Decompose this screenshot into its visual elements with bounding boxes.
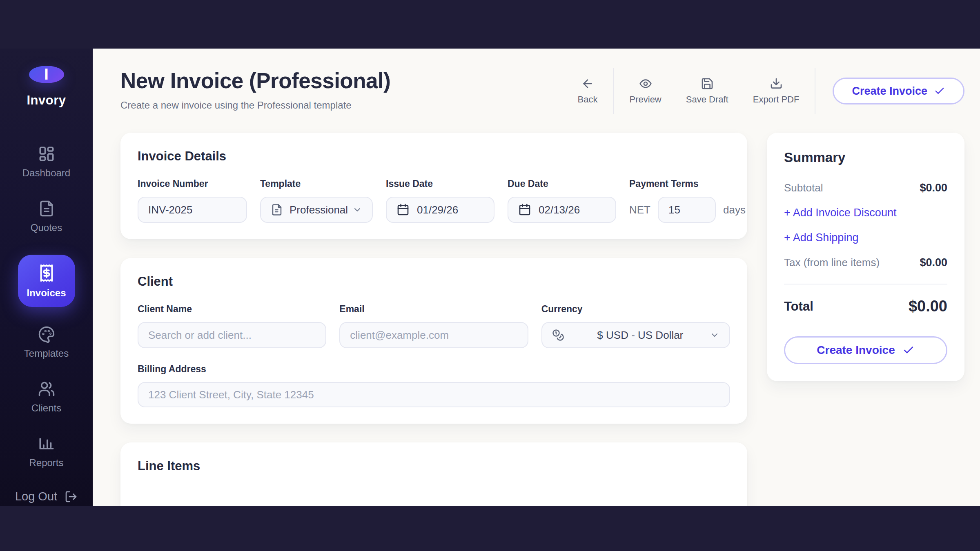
client-email-field: Email xyxy=(339,304,528,348)
due-date-field: Due Date 02/13/26 xyxy=(508,178,616,223)
sidebar-item-templates[interactable]: Templates xyxy=(11,326,82,359)
client-email-control xyxy=(339,322,528,348)
chevron-down-icon xyxy=(352,205,362,215)
terms-days-input[interactable] xyxy=(668,204,705,216)
create-invoice-button-top[interactable]: Create Invoice xyxy=(833,78,964,104)
bar-chart-icon xyxy=(38,435,55,452)
sidebar-nav: Dashboard Quotes Invoices Templates Clie… xyxy=(0,145,93,490)
app-name: Invory xyxy=(27,93,66,108)
sidebar-item-label: Templates xyxy=(24,348,69,359)
add-discount-link[interactable]: + Add Invoice Discount xyxy=(784,207,947,219)
summary-card: Summary Subtotal $0.00 + Add Invoice Dis… xyxy=(767,133,964,381)
main-content: New Invoice (Professional) Create a new … xyxy=(93,49,980,506)
invoice-details-heading: Invoice Details xyxy=(138,149,730,164)
arrow-left-icon xyxy=(581,77,594,90)
add-shipping-label: + Add Shipping xyxy=(784,231,858,244)
client-heading: Client xyxy=(138,274,730,289)
sidebar-item-label: Invoices xyxy=(27,287,66,299)
check-icon xyxy=(934,85,945,97)
due-date-picker[interactable]: 02/13/26 xyxy=(508,197,616,223)
users-icon xyxy=(38,380,55,398)
client-email-input[interactable] xyxy=(350,329,517,342)
sidebar: I Invory Dashboard Quotes Invoices Templ… xyxy=(0,49,93,506)
back-label: Back xyxy=(578,94,598,105)
template-field: Template Professional xyxy=(260,178,373,223)
page-header: New Invoice (Professional) Create a new … xyxy=(120,66,964,114)
sidebar-item-dashboard[interactable]: Dashboard xyxy=(11,145,82,179)
calendar-icon xyxy=(518,203,531,216)
client-name-field: Client Name xyxy=(138,304,326,348)
save-draft-button[interactable]: Save Draft xyxy=(674,77,741,105)
template-select[interactable]: Professional xyxy=(260,197,373,223)
add-discount-label: + Add Invoice Discount xyxy=(784,207,896,219)
create-invoice-button-summary[interactable]: Create Invoice xyxy=(784,336,947,364)
form-column: Invoice Details Invoice Number Template xyxy=(120,133,747,506)
invoice-details-fields: Invoice Number Template Professional xyxy=(138,178,730,223)
quote-document-icon xyxy=(38,200,55,217)
client-fields: Client Name Email Currency xyxy=(138,304,730,348)
days-label: days xyxy=(723,204,746,216)
coins-icon xyxy=(552,329,564,341)
issue-date-value: 01/29/26 xyxy=(417,204,458,216)
total-row: Total $0.00 xyxy=(784,298,947,315)
palette-icon xyxy=(38,326,55,343)
currency-label: Currency xyxy=(541,304,730,315)
sidebar-item-label: Clients xyxy=(31,402,61,414)
app-logo: I xyxy=(29,66,64,83)
tax-row: Tax (from line items) $0.00 xyxy=(784,256,947,269)
billing-address-input[interactable] xyxy=(148,389,719,401)
sidebar-item-label: Quotes xyxy=(31,222,62,233)
summary-heading: Summary xyxy=(784,150,947,165)
preview-button[interactable]: Preview xyxy=(617,77,674,105)
calendar-icon xyxy=(396,203,410,216)
create-invoice-label: Create Invoice xyxy=(852,85,927,98)
currency-field: Currency $ USD - US Dollar xyxy=(541,304,730,348)
download-icon xyxy=(770,77,783,90)
subtotal-value: $0.00 xyxy=(920,182,947,194)
billing-address-control xyxy=(138,382,730,407)
invoice-number-label: Invoice Number xyxy=(138,178,247,189)
invoice-number-input[interactable] xyxy=(148,204,236,216)
client-email-label: Email xyxy=(339,304,528,315)
add-shipping-link[interactable]: + Add Shipping xyxy=(784,231,947,244)
terms-days-control xyxy=(658,197,716,223)
template-label: Template xyxy=(260,178,373,189)
template-value: Professional xyxy=(290,204,348,216)
subtotal-label: Subtotal xyxy=(784,182,823,194)
sidebar-item-label: Reports xyxy=(29,457,63,469)
toolbar-divider xyxy=(613,68,614,114)
currency-select[interactable]: $ USD - US Dollar xyxy=(541,322,730,348)
sidebar-item-clients[interactable]: Clients xyxy=(11,380,82,414)
create-invoice-label: Create Invoice xyxy=(817,344,895,357)
billing-address-label: Billing Address xyxy=(138,364,730,375)
logout-label: Log Out xyxy=(15,490,57,503)
payment-terms-field: Payment Terms NET days xyxy=(629,178,746,223)
client-name-label: Client Name xyxy=(138,304,326,315)
sidebar-item-invoices[interactable]: Invoices xyxy=(18,255,75,307)
payment-terms-label: Payment Terms xyxy=(629,178,746,189)
chevron-down-icon xyxy=(710,330,719,340)
line-items-card: Line Items xyxy=(120,442,747,506)
sidebar-item-quotes[interactable]: Quotes xyxy=(11,200,82,233)
client-card: Client Client Name Email xyxy=(120,258,747,424)
logout-button[interactable]: Log Out xyxy=(15,490,78,503)
issue-date-picker[interactable]: 01/29/26 xyxy=(386,197,494,223)
form-layout: Invoice Details Invoice Number Template xyxy=(120,133,964,506)
invory-app: I Invory Dashboard Quotes Invoices Templ… xyxy=(0,0,980,551)
tax-label: Tax (from line items) xyxy=(784,256,880,269)
line-items-heading: Line Items xyxy=(138,459,730,473)
template-file-icon xyxy=(271,204,283,216)
client-name-control xyxy=(138,322,326,348)
export-pdf-label: Export PDF xyxy=(753,94,800,105)
check-icon xyxy=(902,344,915,356)
dashboard-icon xyxy=(38,145,55,162)
issue-date-field: Issue Date 01/29/26 xyxy=(386,178,494,223)
subtotal-row: Subtotal $0.00 xyxy=(784,182,947,194)
payment-terms-controls: NET days xyxy=(629,197,746,223)
client-name-input[interactable] xyxy=(148,329,316,342)
summary-divider xyxy=(784,284,947,284)
sidebar-item-reports[interactable]: Reports xyxy=(11,435,82,469)
logo-letter: I xyxy=(44,66,49,83)
export-pdf-button[interactable]: Export PDF xyxy=(741,77,812,105)
back-button[interactable]: Back xyxy=(566,77,610,105)
